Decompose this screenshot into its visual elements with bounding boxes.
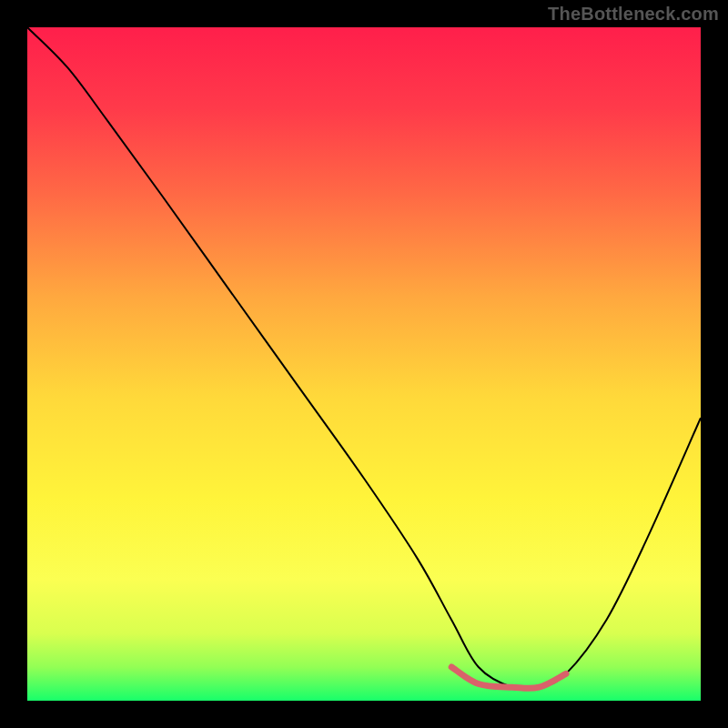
gradient-background: [27, 27, 701, 701]
plot-svg: [27, 27, 701, 701]
plot-area: [27, 27, 701, 701]
chart-frame: TheBottleneck.com: [0, 0, 728, 728]
watermark-label: TheBottleneck.com: [548, 4, 719, 25]
